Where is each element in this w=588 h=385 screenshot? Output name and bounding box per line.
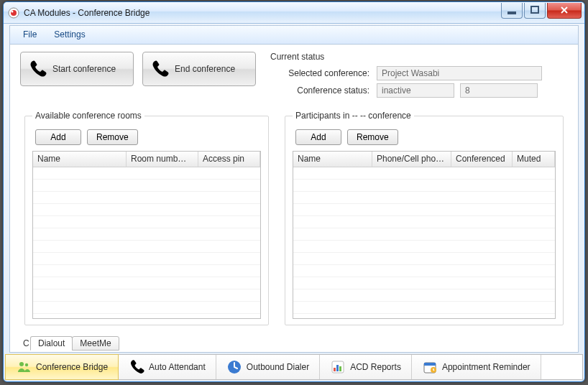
table-row[interactable]: [33, 289, 260, 302]
table-row[interactable]: [293, 216, 555, 228]
module-tabstrip: Conference Bridge Auto Attendant Outboun…: [5, 354, 583, 380]
participants-group: Participants in -- -- conference Add Rem…: [285, 111, 564, 325]
rooms-group: Available conference rooms Add Remove Na…: [24, 111, 269, 325]
table-row[interactable]: [293, 241, 555, 253]
table-row[interactable]: [33, 253, 260, 265]
module-tab-label: Conference Bridge: [36, 362, 108, 372]
window-buttons: [501, 3, 582, 19]
titlebar: CA Modules - Conference Bridge: [4, 2, 584, 24]
selected-conference-label: Selected conference:: [269, 68, 369, 78]
table-row[interactable]: [293, 277, 555, 289]
table-row[interactable]: [33, 302, 260, 314]
phone-icon: [129, 359, 144, 375]
current-status-box: Current status Selected conference: Conf…: [269, 52, 568, 101]
menu-settings[interactable]: Settings: [45, 26, 93, 44]
table-row[interactable]: [33, 314, 260, 318]
module-tab-acd-reports[interactable]: ACD Reports: [320, 355, 412, 379]
participants-grid-body: [293, 167, 555, 318]
svg-point-6: [25, 363, 28, 366]
table-row[interactable]: [293, 314, 555, 318]
module-tab-appointment-reminder[interactable]: Appointment Reminder: [412, 355, 541, 379]
table-row[interactable]: [33, 192, 260, 204]
table-row[interactable]: [293, 204, 555, 216]
table-row[interactable]: [33, 167, 260, 180]
phone-end-icon: [150, 60, 169, 78]
table-row[interactable]: [293, 228, 555, 241]
participants-legend: Participants in -- -- conference: [293, 111, 414, 121]
close-button[interactable]: [547, 3, 582, 19]
svg-rect-4: [531, 6, 538, 13]
group-row: Available conference rooms Add Remove Na…: [10, 101, 578, 325]
table-row[interactable]: [33, 216, 260, 228]
table-row[interactable]: [33, 265, 260, 277]
svg-rect-13: [424, 363, 436, 366]
svg-rect-9: [334, 368, 336, 371]
calendar-icon: [422, 359, 438, 375]
table-row[interactable]: [33, 277, 260, 289]
participants-grid-header: Name Phone/Cell pho… Conferenced Muted: [293, 152, 555, 167]
svg-rect-10: [336, 365, 339, 371]
table-row[interactable]: [293, 265, 555, 277]
client-area: File Settings Start conference End confe…: [9, 25, 579, 353]
menu-file[interactable]: File: [14, 26, 45, 44]
rooms-grid[interactable]: Name Room numb… Access pin: [32, 151, 261, 319]
inner-tabs-prefix: C: [23, 338, 30, 348]
tab-meetme[interactable]: MeetMe: [72, 336, 119, 351]
participants-col-muted[interactable]: Muted: [513, 152, 555, 167]
participants-remove-button[interactable]: Remove: [347, 129, 398, 145]
rooms-col-name[interactable]: Name: [33, 152, 127, 167]
selected-conference-field: [377, 66, 542, 80]
table-row[interactable]: [293, 289, 555, 302]
module-tab-outbound-dialer[interactable]: Outbound Dialer: [216, 355, 320, 379]
inner-tabs: C Dialout MeetMe: [23, 336, 119, 351]
table-row[interactable]: [33, 180, 260, 192]
conference-status-label: Conference status:: [269, 85, 369, 96]
svg-rect-3: [508, 12, 515, 14]
module-tab-label: Outbound Dialer: [247, 362, 309, 372]
module-tab-conference-bridge[interactable]: Conference Bridge: [5, 354, 119, 380]
maximize-button[interactable]: [524, 3, 546, 19]
module-tab-label: ACD Reports: [350, 362, 401, 372]
rooms-grid-body: [33, 167, 260, 318]
table-row[interactable]: [33, 204, 260, 216]
participants-col-phone[interactable]: Phone/Cell pho…: [372, 152, 451, 167]
rooms-col-room[interactable]: Room numb…: [127, 152, 198, 167]
toolbar-row: Start conference End conference Current …: [10, 45, 578, 101]
start-conference-button[interactable]: Start conference: [20, 52, 134, 86]
table-row[interactable]: [293, 302, 555, 314]
module-tab-auto-attendant[interactable]: Auto Attendant: [119, 355, 216, 379]
rooms-grid-header: Name Room numb… Access pin: [33, 152, 260, 167]
module-tab-label: Appointment Reminder: [442, 362, 530, 372]
people-icon: [16, 359, 32, 375]
table-row[interactable]: [293, 253, 555, 265]
svg-point-5: [19, 362, 24, 366]
window-title: CA Modules - Conference Bridge: [24, 8, 501, 18]
table-row[interactable]: [293, 167, 555, 180]
conference-capacity-field: [460, 83, 538, 98]
app-window: CA Modules - Conference Bridge File Sett…: [3, 1, 585, 382]
table-row[interactable]: [293, 192, 555, 204]
rooms-col-pin[interactable]: Access pin: [198, 152, 260, 167]
minimize-button[interactable]: [501, 3, 523, 19]
tab-dialout[interactable]: Dialout: [30, 336, 73, 351]
conference-status-field: [377, 83, 454, 98]
chart-icon: [330, 359, 346, 375]
svg-point-2: [12, 10, 14, 12]
table-row[interactable]: [33, 228, 260, 241]
table-row[interactable]: [293, 180, 555, 192]
end-conference-label: End conference: [175, 64, 235, 74]
dialer-icon: [226, 359, 242, 375]
participants-add-button[interactable]: Add: [295, 129, 341, 145]
rooms-add-button[interactable]: Add: [35, 129, 81, 145]
table-row[interactable]: [33, 241, 260, 253]
participants-grid[interactable]: Name Phone/Cell pho… Conferenced Muted: [293, 151, 556, 319]
menubar: File Settings: [10, 26, 578, 45]
svg-rect-11: [339, 366, 341, 371]
current-status-title: Current status: [270, 52, 568, 62]
rooms-remove-button[interactable]: Remove: [87, 129, 138, 145]
participants-col-conf[interactable]: Conferenced: [451, 152, 513, 167]
phone-start-icon: [28, 60, 47, 78]
rooms-legend: Available conference rooms: [32, 111, 144, 121]
end-conference-button[interactable]: End conference: [142, 52, 256, 86]
participants-col-name[interactable]: Name: [293, 152, 372, 167]
